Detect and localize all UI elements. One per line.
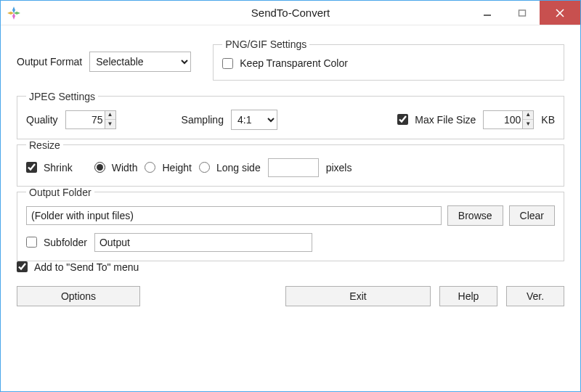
max-file-size-checkbox[interactable]	[397, 114, 408, 125]
width-radio-label[interactable]: Width	[94, 162, 138, 173]
client-area: Output Format Selectable PNG/GIF Setting…	[1, 25, 580, 318]
resize-legend: Resize	[26, 139, 63, 151]
max-file-size-text: Max File Size	[415, 114, 476, 126]
quality-label: Quality	[26, 114, 58, 126]
subfolder-checkbox-label[interactable]: Subfolder	[26, 237, 87, 248]
output-folder-path-input[interactable]	[26, 206, 442, 225]
keep-transparent-text: Keep Transparent Color	[240, 57, 348, 69]
height-radio[interactable]	[145, 162, 155, 173]
options-button[interactable]: Options	[17, 286, 140, 306]
kb-label: KB	[541, 114, 555, 126]
longside-text: Long side	[216, 162, 261, 173]
subfolder-checkbox[interactable]	[26, 237, 37, 248]
max-file-size-spinner[interactable]: ▲ ▼	[483, 110, 534, 129]
svg-marker-2	[12, 13, 15, 20]
svg-marker-1	[14, 12, 20, 15]
app-icon	[7, 6, 21, 20]
max-file-size-input[interactable]	[483, 110, 522, 129]
pnggif-legend: PNG/GIF Settings	[222, 38, 309, 50]
output-folder-group: Output Folder Browse Clear Subfolder	[17, 187, 564, 261]
max-size-up-button[interactable]: ▲	[523, 111, 533, 121]
resize-group: Resize Shrink Width Height Long side	[17, 139, 564, 187]
sampling-label: Sampling	[182, 114, 224, 126]
add-to-sendto-text: Add to "Send To" menu	[34, 261, 139, 273]
window-controls	[470, 1, 580, 25]
browse-button[interactable]: Browse	[447, 205, 503, 226]
max-size-down-button[interactable]: ▼	[523, 120, 533, 128]
keep-transparent-checkbox[interactable]	[222, 58, 233, 69]
maximize-button[interactable]	[505, 1, 540, 25]
output-format-select[interactable]: Selectable	[89, 52, 191, 72]
height-radio-label[interactable]: Height	[145, 162, 191, 173]
height-text: Height	[162, 162, 191, 173]
svg-marker-0	[12, 7, 15, 13]
max-file-size-checkbox-label[interactable]: Max File Size	[397, 114, 476, 126]
minimize-button[interactable]	[470, 1, 505, 25]
quality-up-button[interactable]: ▲	[105, 111, 115, 121]
quality-input[interactable]	[65, 110, 105, 129]
jpeg-group: JPEG Settings Quality ▲ ▼ Sampling 4:1	[17, 91, 564, 139]
pnggif-group: PNG/GIF Settings Keep Transparent Color	[213, 38, 564, 81]
subfolder-text: Subfolder	[44, 237, 87, 248]
output-folder-legend: Output Folder	[26, 187, 94, 198]
add-to-sendto-checkbox-label[interactable]: Add to "Send To" menu	[17, 261, 139, 273]
pixels-label: pixels	[326, 162, 352, 173]
clear-button[interactable]: Clear	[509, 205, 555, 226]
quality-spinner[interactable]: ▲ ▼	[65, 110, 116, 129]
shrink-checkbox-label[interactable]: Shrink	[26, 162, 73, 173]
longside-radio[interactable]	[199, 162, 210, 173]
sampling-select[interactable]: 4:1	[231, 110, 277, 130]
width-radio[interactable]	[94, 162, 105, 173]
quality-down-button[interactable]: ▼	[105, 120, 115, 128]
add-to-sendto-checkbox[interactable]	[17, 261, 28, 272]
jpeg-legend: JPEG Settings	[26, 91, 98, 102]
svg-rect-5	[519, 10, 526, 16]
help-button[interactable]: Help	[439, 286, 497, 306]
width-text: Width	[112, 162, 138, 173]
pixels-input[interactable]	[268, 158, 319, 177]
shrink-text: Shrink	[44, 162, 73, 173]
subfolder-input[interactable]	[94, 233, 312, 252]
longside-radio-label[interactable]: Long side	[199, 162, 261, 173]
shrink-checkbox[interactable]	[26, 162, 37, 173]
output-format-label: Output Format	[17, 56, 82, 68]
exit-button[interactable]: Exit	[285, 286, 431, 306]
svg-marker-3	[7, 12, 14, 15]
keep-transparent-checkbox-label[interactable]: Keep Transparent Color	[222, 57, 348, 69]
ver-button[interactable]: Ver.	[506, 286, 564, 306]
close-button[interactable]	[540, 1, 580, 25]
titlebar: SendTo-Convert	[1, 1, 580, 25]
app-window: SendTo-Convert Output Format Selectable …	[0, 0, 581, 392]
